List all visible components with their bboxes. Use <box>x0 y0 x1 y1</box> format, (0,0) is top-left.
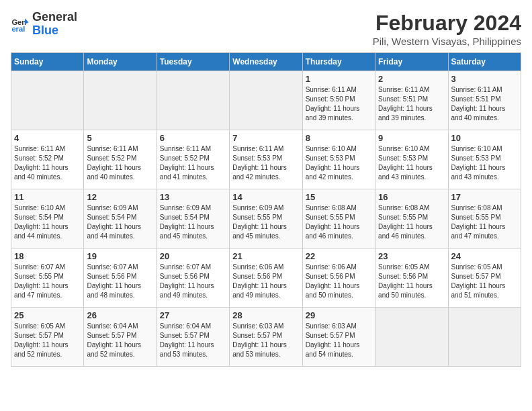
calendar-cell: 17Sunrise: 6:08 AM Sunset: 5:55 PM Dayli… <box>448 189 521 248</box>
day-info: Sunrise: 6:11 AM Sunset: 5:53 PM Dayligh… <box>232 144 299 182</box>
calendar-cell: 3Sunrise: 6:11 AM Sunset: 5:51 PM Daylig… <box>448 71 521 130</box>
calendar-cell: 11Sunrise: 6:10 AM Sunset: 5:54 PM Dayli… <box>11 189 84 248</box>
day-header-saturday: Saturday <box>448 53 521 71</box>
day-info: Sunrise: 6:10 AM Sunset: 5:53 PM Dayligh… <box>306 144 372 182</box>
day-number: 16 <box>378 192 445 202</box>
day-info: Sunrise: 6:10 AM Sunset: 5:53 PM Dayligh… <box>451 144 518 182</box>
day-info: Sunrise: 6:11 AM Sunset: 5:52 PM Dayligh… <box>14 144 81 182</box>
calendar-header: SundayMondayTuesdayWednesdayThursdayFrid… <box>11 53 521 71</box>
calendar-cell: 21Sunrise: 6:06 AM Sunset: 5:56 PM Dayli… <box>230 248 302 308</box>
calendar-cell: 1Sunrise: 6:11 AM Sunset: 5:50 PM Daylig… <box>302 71 375 130</box>
day-number: 12 <box>87 192 153 202</box>
day-number: 22 <box>306 251 372 261</box>
day-header-monday: Monday <box>84 53 157 71</box>
logo-icon: Gen eral <box>11 15 30 34</box>
calendar-week-1: 1Sunrise: 6:11 AM Sunset: 5:50 PM Daylig… <box>11 71 521 130</box>
day-info: Sunrise: 6:11 AM Sunset: 5:51 PM Dayligh… <box>378 85 445 123</box>
day-info: Sunrise: 6:03 AM Sunset: 5:57 PM Dayligh… <box>232 322 299 359</box>
calendar-cell: 9Sunrise: 6:10 AM Sunset: 5:53 PM Daylig… <box>375 130 448 189</box>
svg-text:eral: eral <box>11 25 25 33</box>
day-info: Sunrise: 6:11 AM Sunset: 5:52 PM Dayligh… <box>87 144 153 182</box>
calendar-table: SundayMondayTuesdayWednesdayThursdayFrid… <box>11 52 521 367</box>
calendar-cell: 22Sunrise: 6:06 AM Sunset: 5:56 PM Dayli… <box>302 248 375 308</box>
page-subtitle: Pili, Western Visayas, Philippines <box>373 36 521 47</box>
day-number: 21 <box>232 251 299 261</box>
day-info: Sunrise: 6:09 AM Sunset: 5:54 PM Dayligh… <box>87 203 153 241</box>
calendar-week-5: 25Sunrise: 6:05 AM Sunset: 5:57 PM Dayli… <box>11 308 521 367</box>
calendar-cell: 8Sunrise: 6:10 AM Sunset: 5:53 PM Daylig… <box>302 130 375 189</box>
day-info: Sunrise: 6:10 AM Sunset: 5:53 PM Dayligh… <box>378 144 445 182</box>
day-number: 8 <box>306 133 372 143</box>
calendar-body: 1Sunrise: 6:11 AM Sunset: 5:50 PM Daylig… <box>11 71 521 367</box>
calendar-cell: 13Sunrise: 6:09 AM Sunset: 5:54 PM Dayli… <box>157 189 229 248</box>
day-number: 10 <box>451 133 518 143</box>
calendar-cell: 2Sunrise: 6:11 AM Sunset: 5:51 PM Daylig… <box>375 71 448 130</box>
day-info: Sunrise: 6:11 AM Sunset: 5:51 PM Dayligh… <box>451 85 518 123</box>
calendar-cell: 27Sunrise: 6:04 AM Sunset: 5:57 PM Dayli… <box>157 308 229 367</box>
day-info: Sunrise: 6:08 AM Sunset: 5:55 PM Dayligh… <box>306 203 372 241</box>
calendar-cell: 25Sunrise: 6:05 AM Sunset: 5:57 PM Dayli… <box>11 308 84 367</box>
day-info: Sunrise: 6:08 AM Sunset: 5:55 PM Dayligh… <box>451 203 518 241</box>
calendar-cell: 6Sunrise: 6:11 AM Sunset: 5:52 PM Daylig… <box>157 130 229 189</box>
calendar-cell <box>375 308 448 367</box>
calendar-cell: 4Sunrise: 6:11 AM Sunset: 5:52 PM Daylig… <box>11 130 84 189</box>
day-number: 15 <box>306 192 372 202</box>
calendar-cell: 29Sunrise: 6:03 AM Sunset: 5:57 PM Dayli… <box>302 308 375 367</box>
title-block: February 2024 Pili, Western Visayas, Phi… <box>373 11 521 47</box>
day-number: 24 <box>451 251 518 261</box>
day-number: 14 <box>232 192 299 202</box>
logo-text: GeneralBlue <box>32 11 77 38</box>
calendar-cell: 15Sunrise: 6:08 AM Sunset: 5:55 PM Dayli… <box>302 189 375 248</box>
day-header-friday: Friday <box>375 53 448 71</box>
calendar-cell: 28Sunrise: 6:03 AM Sunset: 5:57 PM Dayli… <box>230 308 302 367</box>
calendar-cell: 14Sunrise: 6:09 AM Sunset: 5:55 PM Dayli… <box>230 189 302 248</box>
day-number: 19 <box>87 251 153 261</box>
day-header-tuesday: Tuesday <box>157 53 229 71</box>
calendar-cell: 23Sunrise: 6:05 AM Sunset: 5:56 PM Dayli… <box>375 248 448 308</box>
day-number: 20 <box>160 251 226 261</box>
day-header-thursday: Thursday <box>302 53 375 71</box>
day-info: Sunrise: 6:06 AM Sunset: 5:56 PM Dayligh… <box>306 263 372 300</box>
day-header-sunday: Sunday <box>11 53 84 71</box>
day-number: 5 <box>87 133 153 143</box>
day-number: 6 <box>160 133 226 143</box>
calendar-cell <box>448 308 521 367</box>
day-number: 9 <box>378 133 445 143</box>
day-info: Sunrise: 6:05 AM Sunset: 5:57 PM Dayligh… <box>451 263 518 300</box>
day-number: 7 <box>232 133 299 143</box>
calendar-cell: 26Sunrise: 6:04 AM Sunset: 5:57 PM Dayli… <box>84 308 157 367</box>
day-number: 25 <box>14 310 81 320</box>
svg-marker-2 <box>25 18 29 24</box>
day-number: 2 <box>378 74 445 84</box>
day-info: Sunrise: 6:08 AM Sunset: 5:55 PM Dayligh… <box>378 203 445 241</box>
day-header-wednesday: Wednesday <box>230 53 302 71</box>
page-title: February 2024 <box>373 11 521 36</box>
day-number: 27 <box>160 310 226 320</box>
day-info: Sunrise: 6:04 AM Sunset: 5:57 PM Dayligh… <box>160 322 226 359</box>
day-number: 29 <box>306 310 372 320</box>
day-info: Sunrise: 6:07 AM Sunset: 5:55 PM Dayligh… <box>14 263 81 300</box>
calendar-cell: 10Sunrise: 6:10 AM Sunset: 5:53 PM Dayli… <box>448 130 521 189</box>
day-info: Sunrise: 6:11 AM Sunset: 5:50 PM Dayligh… <box>306 85 372 123</box>
calendar-cell: 5Sunrise: 6:11 AM Sunset: 5:52 PM Daylig… <box>84 130 157 189</box>
day-info: Sunrise: 6:05 AM Sunset: 5:57 PM Dayligh… <box>14 322 81 359</box>
calendar-cell: 7Sunrise: 6:11 AM Sunset: 5:53 PM Daylig… <box>230 130 302 189</box>
day-info: Sunrise: 6:09 AM Sunset: 5:55 PM Dayligh… <box>232 203 299 241</box>
day-number: 28 <box>232 310 299 320</box>
logo: Gen eral GeneralBlue <box>11 11 77 38</box>
calendar-week-2: 4Sunrise: 6:11 AM Sunset: 5:52 PM Daylig… <box>11 130 521 189</box>
day-info: Sunrise: 6:04 AM Sunset: 5:57 PM Dayligh… <box>87 322 153 359</box>
day-number: 11 <box>14 192 81 202</box>
day-number: 18 <box>14 251 81 261</box>
day-number: 1 <box>306 74 372 84</box>
calendar-cell: 20Sunrise: 6:07 AM Sunset: 5:56 PM Dayli… <box>157 248 229 308</box>
day-info: Sunrise: 6:11 AM Sunset: 5:52 PM Dayligh… <box>160 144 226 182</box>
day-info: Sunrise: 6:07 AM Sunset: 5:56 PM Dayligh… <box>160 263 226 300</box>
calendar-cell <box>157 71 229 130</box>
page-header: Gen eral GeneralBlue February 2024 Pili,… <box>11 11 521 47</box>
calendar-cell <box>11 71 84 130</box>
day-info: Sunrise: 6:10 AM Sunset: 5:54 PM Dayligh… <box>14 203 81 241</box>
day-info: Sunrise: 6:06 AM Sunset: 5:56 PM Dayligh… <box>232 263 299 300</box>
day-info: Sunrise: 6:05 AM Sunset: 5:56 PM Dayligh… <box>378 263 445 300</box>
calendar-cell: 24Sunrise: 6:05 AM Sunset: 5:57 PM Dayli… <box>448 248 521 308</box>
